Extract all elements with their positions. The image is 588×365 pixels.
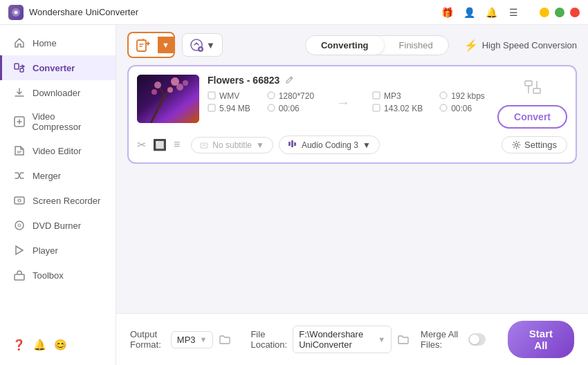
screen-recorder-icon [13, 194, 26, 207]
svg-rect-23 [208, 104, 215, 111]
sidebar-item-dvd-burner-label: DVD Burner [33, 221, 81, 231]
bell-icon[interactable]: 🔔 [483, 4, 499, 21]
add-file-button[interactable]: ▼ [127, 32, 175, 58]
output-format: MP3 [384, 91, 401, 101]
feedback-icon[interactable]: 😊 [53, 337, 68, 353]
sidebar-item-home-label: Home [33, 38, 57, 48]
source-meta: WMV 5.94 MB [208, 91, 250, 113]
app-title: Wondershare UniConverter [29, 7, 439, 17]
file-thumbnail [137, 75, 199, 123]
audio-coding-label: Audio Coding 3 [302, 140, 358, 150]
bottom-bar: Output Format: MP3 ▼ File Location: F:\W… [116, 313, 588, 365]
player-icon [13, 244, 26, 256]
add-dropdown-arrow[interactable]: ▼ [158, 37, 174, 53]
sidebar-item-screen-recorder[interactable]: Screen Recorder [0, 188, 116, 213]
list-icon[interactable]: ≡ [174, 138, 180, 151]
cut-icon[interactable]: ✂ [137, 138, 146, 151]
sidebar-item-home[interactable]: Home [0, 30, 116, 55]
svg-point-29 [440, 104, 447, 111]
svg-rect-37 [291, 140, 293, 147]
svg-rect-4 [15, 197, 24, 204]
speed-button[interactable]: ⚡ High Speed Conversion [464, 39, 577, 52]
svg-rect-27 [373, 104, 380, 111]
audio-arrow: ▼ [362, 140, 371, 150]
svg-point-19 [176, 84, 183, 91]
output-format-select[interactable]: MP3 ▼ [171, 331, 214, 348]
subtitle-label: No subtitle [212, 140, 252, 150]
sidebar-item-merger[interactable]: Merger [0, 163, 116, 188]
merge-toggle-switch[interactable] [468, 333, 486, 346]
svg-rect-26 [373, 92, 380, 99]
help-icon[interactable]: ❓ [11, 337, 26, 353]
svg-rect-36 [288, 142, 291, 146]
source-meta-2: 1280*720 00:06 [267, 91, 314, 113]
svg-point-18 [167, 87, 173, 93]
file-location-arrow: ▼ [378, 335, 385, 344]
output-format-field: Output Format: MP3 ▼ [130, 329, 231, 350]
duration-icon [267, 104, 275, 113]
merger-icon [13, 169, 26, 182]
sidebar-item-video-editor[interactable]: Video Editor [0, 138, 116, 163]
convert-actions: Convert [497, 75, 567, 129]
toolbar: ▼ ▼ Converting Finished ⚡ High Speed Con… [116, 25, 588, 65]
audio-select[interactable]: Audio Coding 3 ▼ [279, 135, 380, 154]
sidebar-item-converter[interactable]: Converter [0, 55, 116, 80]
file-location-value: F:\Wondershare UniConverter [299, 329, 374, 350]
settings-button[interactable]: Settings [502, 136, 567, 153]
sidebar-item-player[interactable]: Player [0, 238, 116, 263]
sidebar-item-video-compressor[interactable]: Video Compressor [0, 105, 116, 138]
output-format-arrow: ▼ [200, 335, 208, 344]
size-icon [208, 104, 216, 113]
file-location-folder-icon[interactable] [397, 331, 410, 348]
output-bitrate-item: 192 kbps [439, 91, 485, 101]
source-duration-item: 00:06 [267, 104, 314, 113]
bookmark-icon[interactable]: 🔲 [153, 138, 167, 151]
title-bar-actions: 🎁 👤 🔔 ☰ ─ □ ✕ [439, 4, 580, 21]
minimize-button[interactable]: ─ [540, 8, 549, 17]
subtitle-select[interactable]: No subtitle ▼ [191, 137, 273, 153]
svg-point-21 [183, 80, 188, 86]
file-edit-icon[interactable] [285, 75, 294, 86]
dvd-burner-icon [13, 219, 26, 232]
file-location-select[interactable]: F:\Wondershare UniConverter ▼ [293, 326, 392, 353]
sidebar: Home Converter Downloader [0, 25, 116, 365]
file-settings-icon[interactable] [520, 75, 545, 100]
audio-icon [288, 139, 297, 151]
sidebar-item-toolbox[interactable]: Toolbox [0, 263, 116, 288]
format-button[interactable]: ▼ [182, 33, 223, 57]
subtitle-arrow: ▼ [256, 140, 264, 150]
output-format-folder-icon[interactable] [219, 331, 231, 348]
output-duration-item: 00:06 [439, 104, 485, 113]
app-logo [8, 5, 24, 20]
output-format-value: MP3 [177, 335, 196, 345]
svg-point-25 [268, 104, 275, 111]
svg-point-7 [18, 224, 21, 227]
svg-rect-30 [525, 81, 532, 86]
output-bitrate-icon [439, 91, 448, 101]
output-meta-col1: MP3 143.02 KB [372, 91, 423, 113]
user-icon[interactable]: 👤 [461, 4, 477, 21]
menu-icon[interactable]: ☰ [505, 4, 522, 21]
start-all-button[interactable]: Start All [508, 321, 574, 358]
maximize-button[interactable]: □ [555, 8, 564, 17]
output-size-item: 143.02 KB [372, 104, 423, 113]
gift-icon[interactable]: 🎁 [439, 4, 455, 21]
svg-point-20 [151, 89, 157, 95]
tab-finished[interactable]: Finished [384, 36, 448, 55]
tab-converting[interactable]: Converting [306, 36, 384, 55]
sidebar-item-downloader[interactable]: Downloader [0, 80, 116, 105]
file-card-top: Flowers - 66823 [137, 75, 567, 129]
output-duration-icon [439, 104, 448, 113]
close-button[interactable]: ✕ [570, 8, 580, 17]
convert-button[interactable]: Convert [497, 105, 567, 129]
format-icon [208, 91, 216, 101]
file-meta: WMV 5.94 MB [208, 91, 489, 113]
svg-rect-2 [20, 68, 24, 72]
sidebar-item-compressor-label: Video Compressor [33, 111, 104, 132]
sidebar-item-dvd-burner[interactable]: DVD Burner [0, 213, 116, 238]
sidebar-item-toolbox-label: Toolbox [33, 270, 64, 281]
toggle-knob [470, 335, 479, 344]
output-bitrate: 192 kbps [451, 91, 485, 101]
svg-rect-9 [137, 40, 146, 51]
notification-icon[interactable]: 🔔 [32, 337, 47, 353]
